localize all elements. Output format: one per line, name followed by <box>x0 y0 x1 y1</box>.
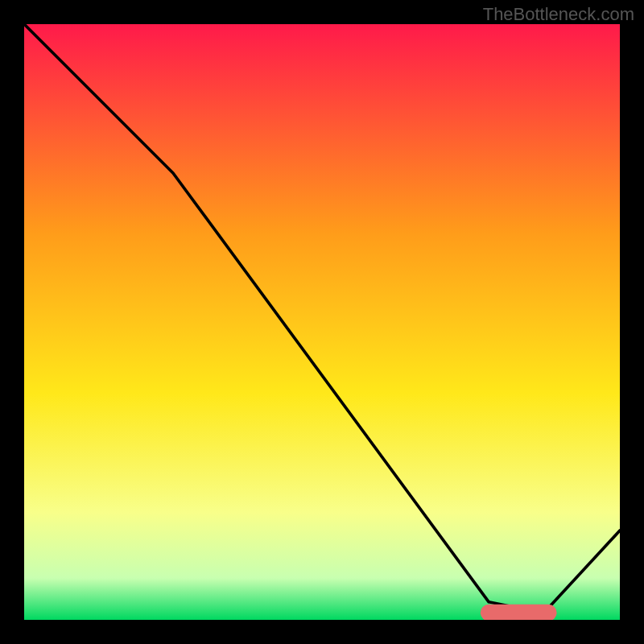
watermark-text: TheBottleneck.com <box>483 4 634 25</box>
chart-area <box>24 24 620 620</box>
chart-svg <box>24 24 620 620</box>
